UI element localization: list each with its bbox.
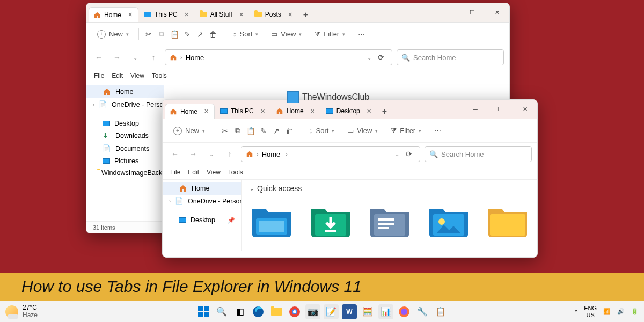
rename-button[interactable]: ✎ <box>182 30 193 39</box>
recent-button[interactable]: ⌄ <box>128 50 142 64</box>
search-input[interactable]: 🔍 Search Home <box>425 146 532 162</box>
tab-home-2[interactable]: Home✕ <box>272 104 320 119</box>
sidebar-item-home[interactable]: Home <box>163 182 241 195</box>
sort-button[interactable]: ↕ Sort ▾ <box>304 123 340 138</box>
menu-view[interactable]: View <box>207 169 221 176</box>
close-icon[interactable]: ✕ <box>127 11 134 18</box>
up-button[interactable]: ↑ <box>147 50 160 64</box>
sidebar-item-downloads[interactable]: ⬇Downloads <box>86 129 164 142</box>
cut-button[interactable]: ✂ <box>219 127 230 135</box>
copy-button[interactable]: ⧉ <box>156 30 167 39</box>
view-button[interactable]: ▭ View ▾ <box>266 27 307 41</box>
calculator-icon[interactable]: 🧮 <box>360 304 375 319</box>
delete-button[interactable]: 🗑 <box>284 127 295 135</box>
language-button[interactable]: ENG US <box>584 305 597 318</box>
firefox-icon[interactable] <box>397 304 412 319</box>
minimize-button[interactable]: ─ <box>435 4 460 21</box>
folder-documents-icon[interactable] <box>368 202 412 239</box>
start-button[interactable] <box>196 304 211 319</box>
forward-button[interactable]: → <box>110 50 124 64</box>
tab-home[interactable]: Home ✕ <box>89 7 138 22</box>
new-button[interactable]: +New ▾ <box>92 27 134 42</box>
sidebar-item-desktop[interactable]: Desktop📌 <box>163 214 241 226</box>
tray-chevron-icon[interactable]: ^ <box>575 309 577 315</box>
menu-file[interactable]: File <box>94 72 104 79</box>
more-button[interactable]: ⋯ <box>429 123 447 138</box>
tab-home[interactable]: Home✕ <box>165 104 215 119</box>
share-button[interactable]: ↗ <box>195 30 206 39</box>
tab-all-stuff[interactable]: All Stuff ✕ <box>195 7 249 22</box>
close-button[interactable]: ✕ <box>485 4 509 21</box>
chevron-icon[interactable]: › <box>169 199 171 204</box>
address-bar[interactable]: › Home › ⌄ ⟳ <box>241 146 420 162</box>
search-input[interactable]: 🔍 Search Home <box>397 49 504 65</box>
file-explorer-icon[interactable] <box>269 304 284 319</box>
minimize-button[interactable]: ─ <box>463 101 488 118</box>
app-icon[interactable]: 🔧 <box>415 304 430 319</box>
chrome-icon[interactable] <box>287 304 302 319</box>
app-icon[interactable]: 📋 <box>433 304 448 319</box>
folder-downloads-icon[interactable] <box>309 202 353 239</box>
chevron-down-icon[interactable]: ⌄ <box>395 151 399 157</box>
close-icon[interactable]: ✕ <box>309 108 316 115</box>
recent-button[interactable]: ⌄ <box>204 147 218 161</box>
tab-this-pc[interactable]: This PC ✕ <box>140 7 194 22</box>
menu-view[interactable]: View <box>130 72 144 79</box>
edge-icon[interactable] <box>251 304 266 319</box>
sidebar-item-documents[interactable]: 📄Documents <box>86 142 164 155</box>
sidebar-item-home[interactable]: Home <box>86 85 164 98</box>
search-button[interactable]: 🔍 <box>214 304 229 319</box>
tab-posts[interactable]: Posts ✕ <box>250 7 298 22</box>
maximize-button[interactable]: ☐ <box>460 4 485 21</box>
sidebar-item-desktop[interactable]: Desktop <box>86 118 164 129</box>
tab-this-pc[interactable]: This PC✕ <box>216 104 270 119</box>
menu-edit[interactable]: Edit <box>188 169 199 176</box>
quick-access-header[interactable]: ⌄ Quick access <box>250 184 530 193</box>
new-tab-button[interactable]: + <box>378 105 391 119</box>
refresh-button[interactable]: ⟳ <box>402 150 415 158</box>
paste-button[interactable]: 📋 <box>245 127 256 135</box>
cut-button[interactable]: ✂ <box>143 30 154 39</box>
copy-button[interactable]: ⧉ <box>232 127 243 135</box>
sidebar-item-pictures[interactable]: Pictures <box>86 155 164 167</box>
forward-button[interactable]: → <box>186 147 200 161</box>
close-icon[interactable]: ✕ <box>287 11 294 18</box>
share-button[interactable]: ↗ <box>271 127 282 135</box>
close-icon[interactable]: ✕ <box>183 11 190 18</box>
maximize-button[interactable]: ☐ <box>488 101 513 118</box>
address-bar[interactable]: › Home ⌄ ⟳ <box>165 49 392 65</box>
sidebar-item-windowsimage[interactable]: WindowsImageBackup <box>86 167 164 179</box>
paste-button[interactable]: 📋 <box>169 30 180 39</box>
menu-edit[interactable]: Edit <box>112 72 123 79</box>
task-view-button[interactable]: ◧ <box>232 304 247 319</box>
close-icon[interactable]: ✕ <box>365 108 372 115</box>
rename-button[interactable]: ✎ <box>258 127 269 135</box>
view-button[interactable]: ▭ View ▾ <box>342 123 383 138</box>
new-tab-button[interactable]: + <box>299 8 312 22</box>
taskbar-weather[interactable]: 27°C Haze <box>5 304 38 318</box>
more-button[interactable]: ⋯ <box>353 27 370 41</box>
close-icon[interactable]: ✕ <box>203 108 210 115</box>
sidebar-item-onedrive[interactable]: ›📄OneDrive - Personal <box>163 195 241 208</box>
menu-tools[interactable]: Tools <box>228 169 243 176</box>
word-icon[interactable]: W <box>342 304 357 319</box>
app-icon[interactable]: 📷 <box>305 304 320 319</box>
volume-icon[interactable]: 🔊 <box>617 308 625 315</box>
app-icon[interactable]: 📊 <box>378 304 393 319</box>
menu-tools[interactable]: Tools <box>152 72 167 79</box>
battery-icon[interactable]: 🔋 <box>631 308 639 315</box>
tab-desktop[interactable]: Desktop✕ <box>321 104 377 119</box>
delete-button[interactable]: 🗑 <box>208 30 218 39</box>
sort-button[interactable]: ↕ Sort ▾ <box>228 27 264 41</box>
folder-generic-icon[interactable] <box>486 202 530 239</box>
filter-button[interactable]: ⧩ Filter ▾ <box>385 123 427 138</box>
chevron-down-icon[interactable]: ⌄ <box>367 55 371 61</box>
new-button[interactable]: +New ▾ <box>168 123 210 138</box>
chevron-icon[interactable]: › <box>93 102 94 107</box>
app-icon[interactable]: 📝 <box>324 304 339 319</box>
filter-button[interactable]: ⧩ Filter ▾ <box>309 27 350 42</box>
wifi-icon[interactable]: 📶 <box>603 308 611 315</box>
folder-pictures-icon[interactable] <box>427 202 471 239</box>
up-button[interactable]: ↑ <box>223 147 237 161</box>
menu-file[interactable]: File <box>170 169 180 176</box>
